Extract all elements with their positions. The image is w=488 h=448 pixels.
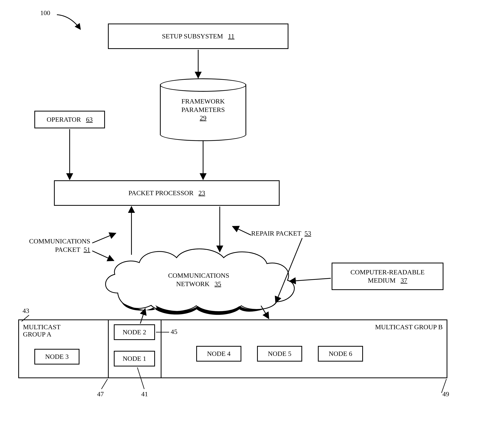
computer-readable-medium-line2: MEDIUM bbox=[368, 277, 396, 284]
computer-readable-medium-box: COMPUTER-READABLE MEDIUM 37 bbox=[332, 263, 443, 290]
multicast-group-b-title-text: MULTICAST GROUP B bbox=[375, 323, 443, 331]
node-1-box: NODE 1 bbox=[114, 351, 155, 367]
communications-network-line2: NETWORK bbox=[176, 280, 210, 288]
repair-packet-label: REPAIR PACKET 53 bbox=[251, 229, 311, 238]
svg-line-9 bbox=[289, 278, 331, 281]
communications-packet-line1: COMMUNICATIONS bbox=[29, 238, 90, 245]
node-3-label: NODE 3 bbox=[45, 352, 69, 361]
computer-readable-medium-ref: 37 bbox=[401, 277, 407, 284]
node-4-box: NODE 4 bbox=[196, 346, 241, 361]
communications-packet-label: COMMUNICATIONS PACKET 51 bbox=[8, 237, 90, 254]
repair-packet-text: REPAIR PACKET bbox=[251, 230, 301, 237]
node-6-label: NODE 6 bbox=[329, 350, 352, 358]
framework-parameters-line2: PARAMETERS bbox=[181, 106, 225, 113]
ref-49: 49 bbox=[442, 390, 449, 398]
node-3-box: NODE 3 bbox=[34, 349, 79, 365]
ref-47-text: 47 bbox=[97, 390, 104, 398]
multicast-group-a-title-line2: GROUP A bbox=[23, 331, 51, 338]
communications-packet-ref: 51 bbox=[83, 246, 90, 253]
figure-number-value: 100 bbox=[40, 9, 50, 16]
ref-45-text: 45 bbox=[171, 328, 177, 335]
framework-parameters-ref: 29 bbox=[200, 114, 207, 121]
computer-readable-medium-line1: COMPUTER-READABLE bbox=[350, 269, 425, 276]
node-1-label: NODE 1 bbox=[123, 354, 146, 363]
multicast-group-b-title: MULTICAST GROUP B bbox=[375, 323, 443, 331]
ref-47: 47 bbox=[97, 390, 104, 398]
ref-45: 45 bbox=[171, 328, 177, 336]
figure-number-pointer bbox=[0, 0, 488, 448]
framework-parameters-line1: FRAMEWORK bbox=[181, 98, 225, 105]
setup-subsystem-box: SETUP SUBSYSTEM 11 bbox=[108, 24, 289, 49]
multicast-group-a-title: MULTICAST GROUP A bbox=[23, 323, 60, 338]
packet-processor-ref: 23 bbox=[199, 189, 205, 197]
group-overlap-divider bbox=[108, 320, 109, 378]
communications-network-line1: COMMUNICATIONS bbox=[168, 272, 229, 279]
operator-ref: 63 bbox=[86, 116, 93, 123]
ref-41-text: 41 bbox=[141, 390, 148, 398]
communications-network-cloud: COMMUNICATIONS NETWORK 35 bbox=[104, 247, 293, 312]
node-5-box: NODE 5 bbox=[257, 346, 302, 361]
node-2-box: NODE 2 bbox=[114, 324, 155, 340]
connector-arrows bbox=[0, 0, 488, 448]
ref-41: 41 bbox=[141, 390, 148, 398]
node-6-box: NODE 6 bbox=[318, 346, 363, 361]
communications-network-ref: 35 bbox=[215, 280, 221, 288]
packet-processor-box: PACKET PROCESSOR 23 bbox=[54, 180, 280, 206]
ref-49-text: 49 bbox=[442, 390, 449, 398]
ref-43-text: 43 bbox=[23, 307, 29, 314]
figure-number-label: 100 bbox=[40, 9, 50, 17]
operator-box: OPERATOR 63 bbox=[34, 111, 105, 128]
ref-43: 43 bbox=[23, 307, 29, 315]
operator-label: OPERATOR bbox=[47, 116, 81, 123]
setup-subsystem-ref: 11 bbox=[228, 32, 234, 40]
svg-line-14 bbox=[101, 379, 108, 389]
repair-packet-ref: 53 bbox=[305, 230, 311, 237]
node-2-label: NODE 2 bbox=[123, 328, 146, 336]
framework-parameters-cylinder: FRAMEWORK PARAMETERS 29 bbox=[160, 84, 246, 135]
multicast-group-a-title-line1: MULTICAST bbox=[23, 323, 60, 331]
packet-processor-label: PACKET PROCESSOR bbox=[128, 189, 193, 197]
svg-line-5 bbox=[92, 233, 116, 243]
communications-packet-line2: PACKET bbox=[55, 246, 81, 253]
setup-subsystem-label: SETUP SUBSYSTEM bbox=[162, 32, 223, 40]
svg-line-7 bbox=[232, 226, 251, 235]
node-5-label: NODE 5 bbox=[268, 350, 291, 358]
node-4-label: NODE 4 bbox=[207, 350, 231, 358]
